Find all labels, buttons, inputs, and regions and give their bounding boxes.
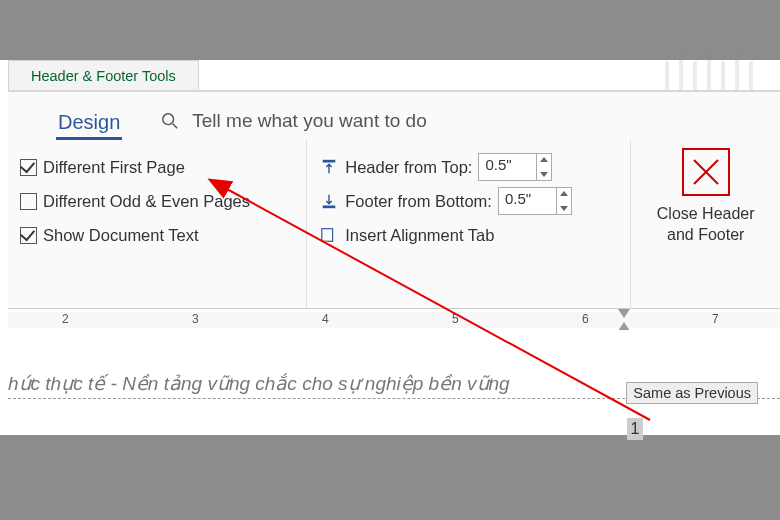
word-window: Header & Footer Tools Design Tell me wha…: [0, 60, 780, 435]
alignment-tab-icon: [319, 226, 339, 244]
close-header-footer-button[interactable]: Close Header and Footer: [657, 204, 755, 246]
checkbox-different-odd-even[interactable]: Different Odd & Even Pages: [20, 184, 294, 218]
svg-rect-4: [322, 229, 333, 242]
footer-bottom-icon: [319, 192, 339, 210]
tell-me-search[interactable]: Tell me what you want to do: [160, 110, 426, 140]
group-options: Different First Page Different Odd & Eve…: [8, 140, 307, 332]
spinner-buttons[interactable]: [536, 154, 551, 180]
checkbox-different-first-page[interactable]: Different First Page: [20, 150, 294, 184]
footer-from-bottom-control[interactable]: Footer from Bottom: 0.5": [319, 184, 618, 218]
page-number-field[interactable]: 1: [627, 418, 643, 440]
checkbox-label: Different Odd & Even Pages: [43, 192, 250, 211]
spinner-value: 0.5": [485, 156, 511, 173]
ruler-number: 4: [322, 312, 329, 326]
checkbox-label: Different First Page: [43, 158, 185, 177]
tab-design[interactable]: Design: [58, 111, 120, 140]
indent-marker-top[interactable]: [618, 309, 630, 318]
ruler-track: [8, 312, 780, 328]
close-header-footer-icon[interactable]: [682, 148, 730, 196]
contextual-tab-header-footer-tools[interactable]: Header & Footer Tools: [8, 60, 199, 91]
tell-me-placeholder: Tell me what you want to do: [192, 110, 426, 132]
close-label-2: and Footer: [667, 226, 744, 243]
control-label: Header from Top:: [345, 158, 472, 177]
document-area[interactable]: hức thực tế - Nền tảng vững chắc cho sự …: [8, 330, 780, 435]
footer-from-bottom-spinner[interactable]: 0.5": [498, 187, 572, 215]
checkbox-icon: [20, 193, 37, 210]
group-position: Header from Top: 0.5" Footer from Bottom…: [307, 140, 631, 332]
ruler-number: 5: [452, 312, 459, 326]
insert-alignment-tab-button[interactable]: Insert Alignment Tab: [319, 218, 618, 252]
header-from-top-control[interactable]: Header from Top: 0.5": [319, 150, 618, 184]
ruler-number: 3: [192, 312, 199, 326]
same-as-previous-tag[interactable]: Same as Previous: [626, 382, 758, 404]
header-from-top-spinner[interactable]: 0.5": [478, 153, 552, 181]
close-label-1: Close Header: [657, 205, 755, 222]
checkbox-icon: [20, 227, 37, 244]
header-top-icon: [319, 158, 339, 176]
svg-line-1: [173, 124, 178, 129]
ruler-number: 2: [62, 312, 69, 326]
header-text[interactable]: hức thực tế - Nền tảng vững chắc cho sự …: [8, 372, 510, 395]
svg-rect-3: [323, 206, 336, 209]
contextual-tab-label: Header & Footer Tools: [31, 68, 176, 84]
control-label: Footer from Bottom:: [345, 192, 492, 211]
group-close: Close Header and Footer Close: [631, 140, 780, 332]
horizontal-ruler[interactable]: 2 3 4 5 6 7: [8, 308, 780, 332]
search-icon: [160, 112, 180, 130]
button-label: Insert Alignment Tab: [345, 226, 494, 245]
ribbon-tabstrip: Design Tell me what you want to do: [8, 92, 780, 140]
svg-point-0: [163, 114, 174, 125]
checkbox-label: Show Document Text: [43, 226, 199, 245]
spinner-buttons[interactable]: [556, 188, 571, 214]
svg-rect-2: [323, 160, 336, 163]
checkbox-icon: [20, 159, 37, 176]
checkbox-show-document-text[interactable]: Show Document Text: [20, 218, 294, 252]
ruler-number: 6: [582, 312, 589, 326]
ruler-number: 7: [712, 312, 719, 326]
spinner-value: 0.5": [505, 190, 531, 207]
ribbon-groups: Different First Page Different Odd & Eve…: [8, 140, 780, 333]
